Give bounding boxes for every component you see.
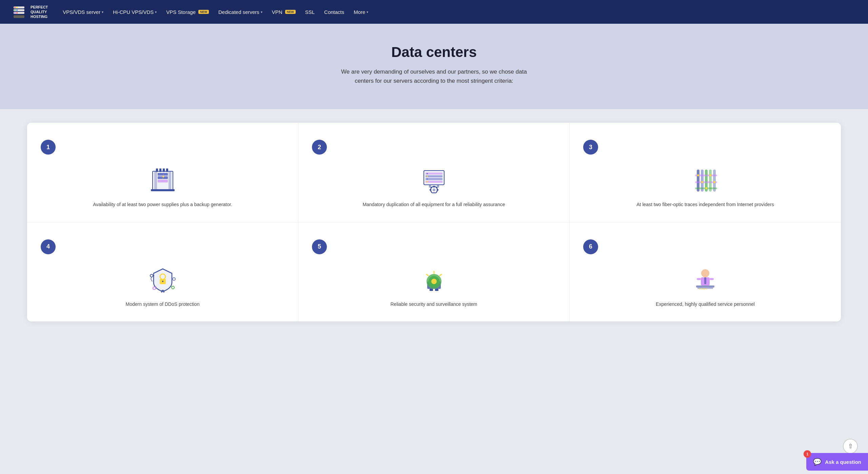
card-1: 1 Availability of at least two power sup…	[27, 123, 298, 222]
card-3: 3 At least two fiber-optic traces indepe…	[570, 123, 841, 222]
svg-rect-39	[430, 189, 431, 191]
page-title: Data centers	[7, 44, 861, 60]
cards-container: 1 Availability of at least two power sup…	[27, 123, 841, 321]
card-5: 5 Reliable security and surveillance sys…	[298, 222, 570, 321]
svg-rect-10	[14, 15, 24, 18]
card-top: 1	[41, 140, 284, 161]
svg-point-52	[705, 187, 707, 189]
svg-point-73	[431, 279, 437, 284]
svg-point-50	[697, 174, 699, 176]
svg-rect-83	[710, 278, 714, 280]
svg-rect-33	[437, 185, 439, 187]
svg-rect-27	[426, 181, 442, 183]
nav-item-more[interactable]: More▾	[350, 6, 372, 18]
main-content: 1 Availability of at least two power sup…	[0, 109, 868, 342]
svg-line-69	[151, 279, 152, 281]
nav-item-dedicated-servers[interactable]: Dedicated servers▾	[214, 6, 267, 18]
card-icon	[146, 167, 180, 194]
card-icon	[417, 167, 451, 194]
cards-grid: 1 Availability of at least two power sup…	[27, 123, 841, 321]
svg-rect-19	[156, 169, 158, 172]
nav-menu: VPS/VDS server▾Hi-CPU VPS/VDS▾VPS Storag…	[59, 6, 857, 18]
card-2: 2 Mandatory duplication of all equipment…	[298, 123, 570, 222]
card-number: 1	[41, 140, 56, 155]
svg-point-57	[162, 281, 163, 282]
chevron-down-icon: ▾	[155, 10, 157, 14]
card-number: 6	[583, 239, 598, 254]
svg-rect-12	[154, 171, 157, 190]
svg-rect-26	[426, 178, 442, 180]
card-top: 5	[312, 239, 556, 261]
logo-text: PERFECT QUALITY HOSTING	[31, 5, 48, 19]
svg-rect-24	[426, 173, 442, 175]
svg-point-35	[433, 189, 435, 191]
svg-rect-5	[16, 7, 18, 8]
svg-rect-21	[163, 169, 165, 172]
svg-rect-20	[159, 169, 161, 172]
svg-point-31	[427, 181, 428, 182]
card-text: Reliable security and surveillance syste…	[312, 300, 556, 308]
nav-label: Hi-CPU VPS/VDS	[113, 9, 154, 15]
svg-line-68	[151, 277, 152, 279]
svg-rect-32	[429, 185, 431, 187]
card-4: 4 Modern system of DDoS protection	[27, 222, 298, 321]
svg-point-30	[427, 178, 428, 180]
nav-badge-new: NEW	[198, 10, 209, 14]
svg-line-75	[440, 274, 441, 276]
svg-rect-22	[166, 169, 168, 172]
nav-badge-new: NEW	[285, 10, 296, 14]
nav-label: VPN	[272, 9, 282, 15]
logo-icon	[11, 4, 27, 20]
nav-label: More	[354, 9, 365, 15]
nav-label: VPS Storage	[166, 9, 196, 15]
svg-rect-8	[14, 12, 16, 14]
card-icon	[417, 266, 451, 294]
svg-rect-14	[158, 173, 168, 176]
svg-rect-77	[430, 289, 433, 291]
chevron-down-icon: ▾	[261, 10, 262, 14]
svg-rect-84	[696, 285, 714, 288]
svg-point-51	[701, 181, 703, 183]
card-text: Modern system of DDoS protection	[41, 300, 284, 308]
svg-rect-82	[697, 278, 701, 280]
svg-rect-38	[437, 189, 438, 191]
nav-item-vps-vds-server[interactable]: VPS/VDS server▾	[59, 6, 107, 18]
nav-item-contacts[interactable]: Contacts	[320, 6, 348, 18]
card-top: 3	[583, 140, 827, 161]
nav-item-vpn[interactable]: VPNNEW	[268, 6, 300, 18]
ask-badge: 1	[804, 450, 811, 458]
svg-point-29	[427, 176, 428, 177]
nav-label: Dedicated servers	[218, 9, 259, 15]
nav-label: VPS/VDS server	[63, 9, 100, 15]
hero-subtitle: We are very demanding of ourselves and o…	[332, 67, 536, 85]
svg-rect-81	[704, 277, 706, 284]
nav-item-ssl[interactable]: SSL	[301, 6, 319, 18]
card-icon	[146, 266, 180, 294]
ask-label: Ask a question	[825, 459, 861, 465]
svg-point-79	[701, 269, 709, 277]
svg-rect-37	[433, 192, 435, 193]
hero-section: Data centers We are very demanding of ou…	[0, 24, 868, 109]
nav-label: SSL	[305, 9, 315, 15]
nav-item-hi-cpu-vps-vds[interactable]: Hi-CPU VPS/VDS▾	[109, 6, 161, 18]
svg-line-65	[171, 286, 172, 287]
chevron-down-icon: ▾	[367, 10, 368, 14]
card-text: Mandatory duplication of all equipment f…	[312, 201, 556, 208]
card-number: 4	[41, 239, 56, 254]
logo[interactable]: PERFECT QUALITY HOSTING	[11, 4, 48, 20]
svg-rect-36	[433, 186, 435, 187]
card-icon	[688, 167, 722, 194]
card-number: 3	[583, 140, 598, 155]
chat-icon: 💬	[813, 458, 822, 466]
card-6: 6 ★★★★★ Experienced, highly qualified se…	[570, 222, 841, 321]
svg-rect-18	[151, 189, 175, 191]
navbar: PERFECT QUALITY HOSTING VPS/VDS server▾H…	[0, 0, 868, 24]
nav-item-vps-storage[interactable]: VPS StorageNEW	[162, 6, 213, 18]
card-number: 5	[312, 239, 327, 254]
card-top: 6	[583, 239, 827, 261]
svg-point-53	[709, 174, 711, 176]
card-icon: ★★★★★	[688, 266, 722, 294]
scroll-top-button[interactable]: ⇧	[843, 439, 858, 454]
svg-rect-25	[426, 175, 442, 177]
ask-question-button[interactable]: 1 💬 Ask a question	[806, 453, 868, 471]
